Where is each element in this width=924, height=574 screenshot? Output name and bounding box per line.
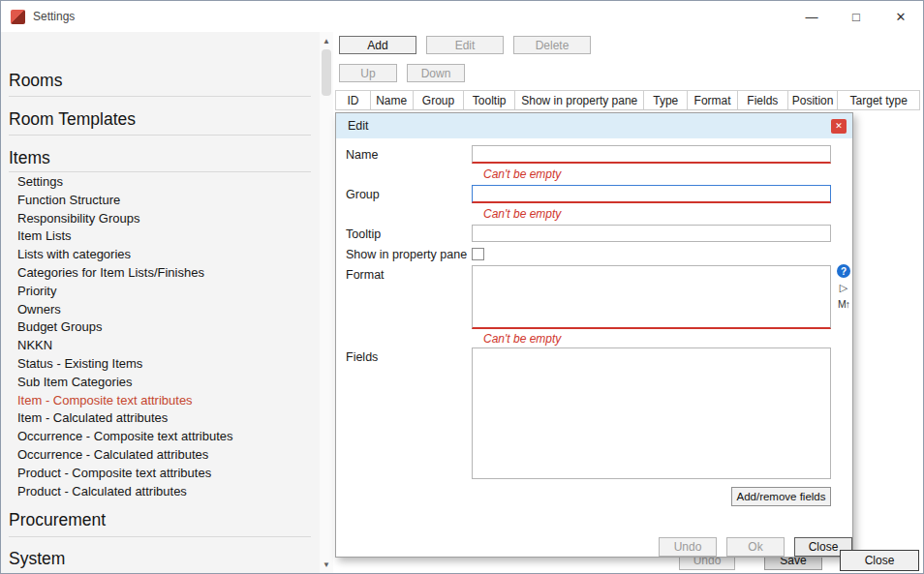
fields-label: Fields <box>346 350 378 364</box>
window-controls: — □ ✕ <box>789 1 923 32</box>
group-error: Can't be empty <box>483 207 561 221</box>
sidebar-item-item-lists[interactable]: Item Lists <box>1 227 320 246</box>
add-button[interactable]: Add <box>339 36 416 54</box>
group-label: Group <box>346 188 380 201</box>
sidebar-item-responsibility-groups[interactable]: Responsibility Groups <box>1 210 320 228</box>
edit-button[interactable]: Edit <box>426 36 504 54</box>
column-header-position[interactable]: Position <box>788 91 839 109</box>
sidebar-item-item-calculated-attributes[interactable]: Item - Calculated attributes <box>1 409 320 428</box>
sidebar-item-status-existing-items[interactable]: Status - Existing Items <box>1 355 320 374</box>
column-header-group[interactable]: Group <box>414 91 465 109</box>
scroll-up-icon[interactable]: ▲ <box>320 34 333 47</box>
window-close-button[interactable]: Close <box>840 550 919 571</box>
sidebar-item-owners[interactable]: Owners <box>1 301 320 319</box>
scroll-down-icon[interactable]: ▼ <box>320 558 333 571</box>
settings-window: Settings — □ ✕ Rooms Room Templates Item… <box>0 0 924 574</box>
column-header-type[interactable]: Type <box>644 91 688 109</box>
dialog-close-icon[interactable]: ✕ <box>831 119 847 134</box>
items-nav-list: Settings Function Structure Responsibili… <box>1 173 320 500</box>
sidebar-item-priority[interactable]: Priority <box>1 283 320 301</box>
tooltip-label: Tooltip <box>346 227 381 241</box>
sidebar-item-occurrence-composite-text-attributes[interactable]: Occurrence - Composite text attributes <box>1 428 320 446</box>
column-header-show-in-property-pane[interactable]: Show in property pane <box>515 91 644 109</box>
name-error: Can't be empty <box>483 167 561 181</box>
sidebar-item-item-composite-text-attributes[interactable]: Item - Composite text attributes <box>1 392 320 410</box>
sidebar-item-categories-for-item-lists[interactable]: Categories for Item Lists/Finishes <box>1 264 320 283</box>
column-header-tooltip[interactable]: Tooltip <box>464 91 515 109</box>
sidebar-scrollbar[interactable]: ▲ ▼ <box>320 32 333 573</box>
sidebar-section-procurement[interactable]: Procurement <box>9 510 106 530</box>
sidebar-item-occurrence-calculated-attributes[interactable]: Occurrence - Calculated attributes <box>1 446 320 465</box>
sidebar-item-nkkn[interactable]: NKKN <box>1 337 320 355</box>
fields-field[interactable] <box>472 347 831 479</box>
sidebar-section-items[interactable]: Items <box>9 148 50 168</box>
sidebar-item-product-calculated-attributes[interactable]: Product - Calculated attributes <box>1 483 320 501</box>
edit-dialog-title: Edit <box>348 119 369 133</box>
column-header-fields[interactable]: Fields <box>738 91 788 109</box>
column-header-id[interactable]: ID <box>336 91 371 109</box>
edit-dialog: Edit ✕ Name Can't be empty Group Can't b… <box>335 112 853 558</box>
sidebar-section-rooms[interactable]: Rooms <box>9 71 62 91</box>
macro-icon[interactable]: M↑ <box>838 298 849 310</box>
down-button[interactable]: Down <box>407 64 465 82</box>
sidebar-item-product-composite-text-attributes[interactable]: Product - Composite text attributes <box>1 465 320 483</box>
format-field[interactable] <box>472 265 831 329</box>
maximize-icon[interactable]: □ <box>834 1 878 32</box>
help-icon[interactable]: ? <box>837 264 850 278</box>
group-field[interactable] <box>472 185 831 203</box>
column-header-target-type[interactable]: Target type <box>838 91 920 109</box>
close-icon[interactable]: ✕ <box>878 1 923 32</box>
sidebar-item-lists-with-categories[interactable]: Lists with categories <box>1 246 320 264</box>
scrollbar-thumb[interactable] <box>322 49 331 96</box>
tooltip-field[interactable] <box>472 225 831 242</box>
add-remove-fields-button[interactable]: Add/remove fields <box>731 487 831 506</box>
up-button[interactable]: Up <box>339 64 397 82</box>
minimize-icon[interactable]: — <box>789 1 834 32</box>
name-field[interactable] <box>472 145 831 164</box>
dialog-ok-button[interactable]: Ok <box>726 537 785 557</box>
expand-icon[interactable]: ▷ <box>840 282 847 294</box>
sidebar-item-sub-item-categories[interactable]: Sub Item Categories <box>1 374 320 392</box>
app-icon <box>11 10 25 24</box>
show-in-property-pane-label: Show in property pane <box>346 248 467 261</box>
sidebar-section-system[interactable]: System <box>9 549 65 569</box>
section-divider <box>9 96 311 97</box>
section-divider <box>9 171 311 172</box>
sidebar-item-settings[interactable]: Settings <box>1 173 320 192</box>
sidebar: Rooms Room Templates Items Settings Func… <box>1 32 320 573</box>
dialog-undo-button[interactable]: Undo <box>659 537 717 557</box>
column-header-format[interactable]: Format <box>688 91 738 109</box>
format-side-icons: ? ▷ M↑ <box>834 264 853 310</box>
window-title: Settings <box>33 10 75 23</box>
name-label: Name <box>346 148 378 162</box>
delete-button[interactable]: Delete <box>513 36 591 54</box>
format-error: Can't be empty <box>483 332 561 346</box>
section-divider <box>9 536 311 537</box>
edit-dialog-header: Edit ✕ <box>336 113 852 138</box>
sidebar-item-function-structure[interactable]: Function Structure <box>1 192 320 210</box>
sidebar-item-budget-groups[interactable]: Budget Groups <box>1 318 320 337</box>
section-divider <box>9 135 311 136</box>
format-label: Format <box>346 268 385 282</box>
attributes-table-header: ID Name Group Tooltip Show in property p… <box>335 90 920 110</box>
show-in-property-pane-checkbox[interactable] <box>472 248 484 260</box>
sidebar-section-room-templates[interactable]: Room Templates <box>9 109 136 130</box>
column-header-name[interactable]: Name <box>371 91 414 109</box>
title-bar: Settings — □ ✕ <box>1 1 923 32</box>
